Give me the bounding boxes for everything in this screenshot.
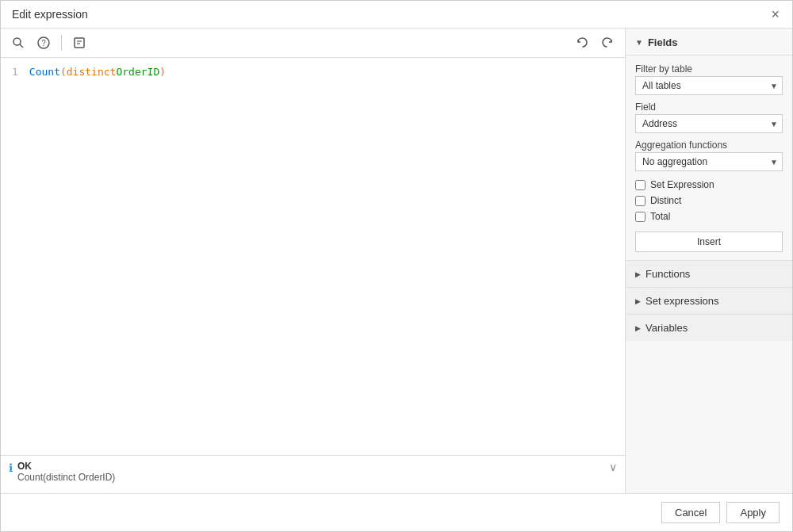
code-line-1: 1 Count(distinct OrderID) [12,66,614,78]
fields-content: Filter by table All tables ▼ Field Addre… [626,55,792,260]
code-paren-open: ( [60,66,67,78]
functions-arrow: ▶ [635,270,641,278]
close-button[interactable]: × [769,7,781,21]
set-expression-checkbox[interactable] [635,180,646,190]
aggregation-select[interactable]: No aggregation [635,152,783,171]
filter-by-table-select-wrapper: All tables ▼ [635,76,783,95]
set-expressions-section: ▶ Set expressions [626,287,792,314]
redo-button[interactable] [598,34,617,52]
variables-section: ▶ Variables [626,314,792,341]
variables-arrow: ▶ [635,324,641,332]
field-group: Field Address ▼ [635,101,783,133]
info-icon: ℹ [9,461,13,474]
set-expressions-label: Set expressions [646,295,719,307]
dialog-title: Edit expression [12,8,88,21]
set-expression-row: Set Expression [635,179,783,190]
total-row: Total [635,211,783,222]
status-ok-label: OK [17,461,604,472]
svg-line-1 [20,44,23,48]
variables-label: Variables [646,322,688,334]
insert-button[interactable]: Insert [635,232,783,252]
filter-by-table-label: Filter by table [635,63,783,75]
status-expression: Count(distinct OrderID) [17,472,604,483]
filter-by-table-group: Filter by table All tables ▼ [635,63,783,95]
edit-expression-dialog: Edit expression × ? [0,0,793,532]
distinct-label: Distinct [650,195,681,206]
dialog-footer: Cancel Apply [1,493,792,531]
field-select[interactable]: Address [635,114,783,133]
search-icon[interactable] [9,33,28,52]
distinct-checkbox[interactable] [635,196,646,206]
dialog-title-bar: Edit expression × [1,1,792,29]
code-keyword-distinct: distinct [67,66,117,78]
status-expand-icon[interactable]: ∨ [609,461,617,473]
code-field-orderid: OrderID [116,66,159,78]
svg-point-0 [13,38,21,45]
dialog-body: ? [1,29,792,493]
set-expressions-section-header[interactable]: ▶ Set expressions [626,288,792,314]
fields-section-arrow: ▼ [635,38,643,47]
distinct-row: Distinct [635,195,783,206]
aggregation-select-wrapper: No aggregation ▼ [635,152,783,171]
aggregation-label: Aggregation functions [635,140,783,151]
functions-section: ▶ Functions [626,260,792,287]
svg-text:?: ? [41,39,46,48]
functions-label: Functions [646,268,690,280]
code-paren-close: ) [159,66,166,78]
field-label: Field [635,101,783,113]
undo-button[interactable] [573,34,592,52]
status-text-block: OK Count(distinct OrderID) [17,461,604,483]
aggregation-group: Aggregation functions No aggregation ▼ [635,140,783,171]
set-expressions-arrow: ▶ [635,297,641,305]
help-icon[interactable]: ? [34,33,53,52]
variables-section-header[interactable]: ▶ Variables [626,315,792,341]
toolbar-divider [61,35,62,51]
total-checkbox[interactable] [635,212,646,222]
svg-rect-4 [75,38,84,48]
editor-toolbar: ? [1,29,625,58]
checkboxes-group: Set Expression Distinct Total [635,179,783,222]
functions-section-header[interactable]: ▶ Functions [626,261,792,287]
code-keyword-count: Count [29,66,60,78]
total-label: Total [650,211,670,222]
snippet-icon[interactable] [70,33,89,52]
field-select-wrapper: Address ▼ [635,114,783,133]
cancel-button[interactable]: Cancel [661,502,720,523]
fields-section-header: ▼ Fields [626,29,792,55]
right-panel: ▼ Fields Filter by table All tables ▼ [626,29,792,493]
code-editor[interactable]: 1 Count(distinct OrderID) [1,58,625,455]
set-expression-label: Set Expression [650,179,714,190]
filter-by-table-select[interactable]: All tables [635,76,783,95]
status-bar: ℹ OK Count(distinct OrderID) ∨ [1,455,625,493]
line-number-1: 1 [12,66,18,78]
editor-panel: ? [1,29,626,493]
fields-section-label: Fields [648,36,678,48]
apply-button[interactable]: Apply [726,502,780,523]
